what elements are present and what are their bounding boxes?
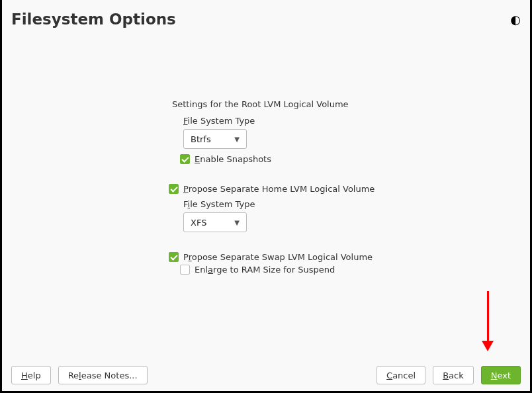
enable-snapshots-row[interactable]: Enable Snapshots [180,154,470,164]
enlarge-ram-checkbox[interactable] [180,265,190,275]
root-fs-type-label: File System Type [183,116,470,126]
back-button[interactable]: Back [433,366,474,384]
content-area: Settings for the Root LVM Logical Volume… [2,33,530,359]
window: Filesystem Options ◐ Settings for the Ro… [0,0,532,393]
page-title: Filesystem Options [11,11,176,28]
release-notes-button[interactable]: Release Notes... [58,366,148,384]
propose-swap-row[interactable]: Propose Separate Swap LVM Logical Volume [169,252,470,262]
root-volume-section: Settings for the Root LVM Logical Volume… [172,99,470,164]
footer: Help Release Notes... Cancel Back Next [2,359,530,391]
enlarge-ram-row[interactable]: Enlarge to RAM Size for Suspend [180,265,470,275]
form-block: Settings for the Root LVM Logical Volume… [172,99,470,275]
home-volume-section: Propose Separate Home LVM Logical Volume… [172,184,470,232]
chevron-down-icon: ▼ [234,219,240,226]
propose-swap-checkbox[interactable] [169,252,179,262]
header: Filesystem Options ◐ [2,0,530,33]
root-fs-type-select[interactable]: Btrfs ▼ [183,129,247,149]
home-fs-type-value: XFS [191,218,206,228]
propose-home-row[interactable]: Propose Separate Home LVM Logical Volume [169,184,470,194]
footer-right: Cancel Back Next [377,366,521,384]
home-fs-type-select[interactable]: XFS ▼ [183,212,247,232]
help-button[interactable]: Help [11,366,51,384]
root-fs-type-value: Btrfs [191,134,211,144]
home-fs-type-label: File System Type [183,199,470,209]
enable-snapshots-checkbox[interactable] [180,154,190,164]
theme-toggle-icon[interactable]: ◐ [510,13,521,26]
enlarge-ram-label: Enlarge to RAM Size for Suspend [195,265,335,275]
propose-swap-label: Propose Separate Swap LVM Logical Volume [183,252,373,262]
footer-left: Help Release Notes... [11,366,148,384]
next-button[interactable]: Next [481,366,521,384]
swap-volume-section: Propose Separate Swap LVM Logical Volume… [172,252,470,275]
propose-home-label: Propose Separate Home LVM Logical Volume [183,184,375,194]
propose-home-checkbox[interactable] [169,184,179,194]
chevron-down-icon: ▼ [234,136,240,143]
enable-snapshots-label: Enable Snapshots [195,154,271,164]
cancel-button[interactable]: Cancel [377,366,425,384]
root-section-label: Settings for the Root LVM Logical Volume [172,99,470,109]
